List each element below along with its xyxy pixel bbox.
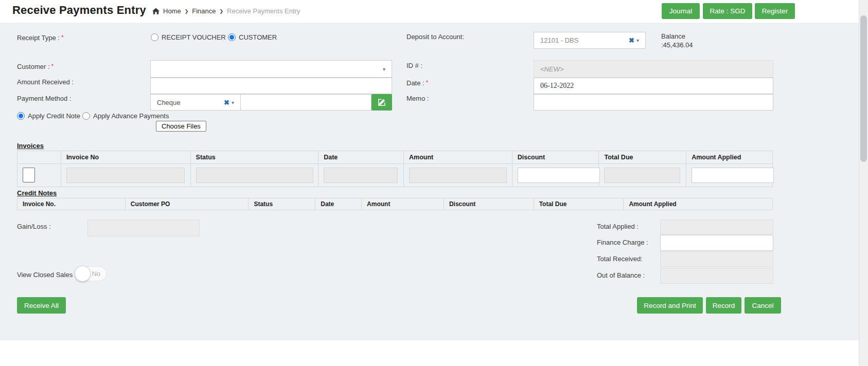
form-panel: Receipt Type :* RECEIPT VOUCHER CUSTOMER… xyxy=(0,23,859,340)
id-label: ID # : xyxy=(406,62,422,69)
balance-value: :45,436.04 xyxy=(661,41,693,49)
gain-loss-input xyxy=(87,219,200,236)
credit-col-amount: Amount xyxy=(362,198,444,210)
chevron-down-icon[interactable]: ▾ xyxy=(232,100,234,105)
chevron-down-icon[interactable]: ▾ xyxy=(636,38,639,43)
credit-notes-header-row: Invoice No. Customer PO Status Date Amou… xyxy=(17,198,772,210)
out-of-balance-input xyxy=(660,268,773,284)
vertical-scrollbar[interactable] xyxy=(859,0,868,366)
receive-payments-entry-page: { "header": { "title": "Receive Payments… xyxy=(0,0,868,366)
invoice-amount-applied-cell xyxy=(686,164,772,187)
record-and-print-button[interactable]: Record and Print xyxy=(637,297,703,314)
journal-button[interactable]: Journal xyxy=(662,3,700,19)
finance-charge-label: Finance Charge : xyxy=(597,239,648,246)
clear-icon[interactable]: ✖ xyxy=(224,99,229,106)
apply-credit-note-label: Apply Credit Note xyxy=(28,112,80,120)
customer-radio-label: CUSTOMER xyxy=(239,33,277,41)
payment-method-select[interactable]: Cheque ✖ ▾ xyxy=(150,94,241,111)
required-asterisk: * xyxy=(51,63,54,70)
memo-input[interactable] xyxy=(534,94,773,111)
invoice-no-input xyxy=(66,168,185,183)
invoices-col-date: Date xyxy=(318,151,404,163)
invoice-amount-applied-input[interactable] xyxy=(692,168,774,183)
amount-received-label: Amount Received : xyxy=(17,78,74,86)
invoice-status-input xyxy=(196,168,313,183)
scrollbar-thumb[interactable] xyxy=(860,15,867,162)
home-icon xyxy=(152,8,160,14)
select-controls: ✖ ▾ xyxy=(224,99,234,106)
id-input xyxy=(534,60,773,78)
total-received-label: Total Received: xyxy=(597,255,643,263)
receipt-type-label-text: Receipt Type : xyxy=(17,34,60,42)
balance-label: Balance xyxy=(661,32,693,41)
credit-col-amount-applied: Amount Applied xyxy=(624,198,772,210)
date-input[interactable] xyxy=(534,78,773,94)
chevron-right-icon: ❯ xyxy=(219,9,223,14)
apply-advance-payments-radio[interactable]: Apply Advance Payments xyxy=(82,112,169,120)
view-closed-sales-label: View Closed Sales ? xyxy=(17,271,78,279)
invoice-discount-input[interactable] xyxy=(518,168,600,183)
cancel-button[interactable]: Cancel xyxy=(745,297,781,314)
invoice-discount-cell xyxy=(512,164,599,187)
credit-col-status: Status xyxy=(249,198,315,210)
radio-unchecked-icon xyxy=(151,33,158,41)
page-title: Receive Payments Entry xyxy=(12,4,146,17)
invoices-col-invoice-no: Invoice No xyxy=(61,151,191,163)
radio-unchecked-icon xyxy=(82,112,90,120)
apply-advance-payments-label: Apply Advance Payments xyxy=(93,112,169,120)
customer-label-text: Customer : xyxy=(17,63,50,70)
breadcrumb: Home ❯ Finance ❯ Receive Payments Entry xyxy=(152,7,300,15)
chevron-right-icon: ❯ xyxy=(185,9,189,14)
invoices-heading: Invoices xyxy=(17,142,44,150)
breadcrumb-home[interactable]: Home xyxy=(163,7,181,15)
credit-col-date: Date xyxy=(315,198,362,210)
apply-credit-note-radio[interactable]: Apply Credit Note xyxy=(17,112,80,120)
payment-method-label: Payment Method : xyxy=(17,95,72,102)
total-received-input xyxy=(660,251,773,267)
choose-files-button[interactable]: Choose Files xyxy=(156,121,206,132)
finance-charge-input[interactable] xyxy=(660,235,773,251)
payment-reference-input[interactable] xyxy=(240,94,371,111)
rate-button[interactable]: Rate : SGD xyxy=(703,3,752,19)
receipt-voucher-radio[interactable]: RECEIPT VOUCHER xyxy=(151,33,226,41)
customer-label: Customer :* xyxy=(17,63,54,70)
register-button[interactable]: Register xyxy=(755,3,795,19)
payment-method-value: Cheque xyxy=(157,99,181,106)
deposit-account-select[interactable]: 12101 - DBS ✖ ▾ xyxy=(534,32,646,49)
customer-radio[interactable]: CUSTOMER xyxy=(228,33,277,41)
receive-all-button[interactable]: Receive All xyxy=(17,297,66,314)
radio-checked-icon xyxy=(228,33,236,41)
total-applied-input xyxy=(660,219,773,234)
clear-icon[interactable]: ✖ xyxy=(629,36,634,44)
deposit-account-label: Deposit to Account: xyxy=(406,33,464,41)
total-applied-label: Total Applied : xyxy=(597,223,639,230)
invoices-col-amount-applied: Amount Applied xyxy=(686,151,772,163)
edit-icon xyxy=(378,98,386,106)
invoice-date-input xyxy=(324,168,398,183)
breadcrumb-current: Receive Payments Entry xyxy=(227,7,300,15)
credit-col-customer-po: Customer PO xyxy=(126,198,249,210)
invoice-status-cell xyxy=(191,164,319,187)
invoices-col-checkbox xyxy=(17,151,61,163)
invoices-col-status: Status xyxy=(191,151,319,163)
gain-loss-label: Gain/Loss : xyxy=(17,223,51,230)
required-asterisk: * xyxy=(426,79,429,86)
credit-notes-heading: Credit Notes xyxy=(17,189,57,197)
memo-label: Memo : xyxy=(406,95,429,102)
balance-display: Balance :45,436.04 xyxy=(661,32,693,49)
deposit-account-value: 12101 - DBS xyxy=(540,36,578,44)
chevron-down-icon: ▾ xyxy=(383,66,385,72)
record-button[interactable]: Record xyxy=(706,297,741,314)
view-closed-sales-toggle[interactable]: No xyxy=(75,266,107,281)
amount-received-input[interactable] xyxy=(150,78,392,94)
payment-edit-button[interactable] xyxy=(371,94,392,111)
customer-select[interactable]: ▾ xyxy=(150,60,392,78)
required-asterisk: * xyxy=(61,34,64,41)
breadcrumb-finance[interactable]: Finance xyxy=(192,7,216,15)
date-label: Date :* xyxy=(406,79,428,87)
credit-col-invoice-no: Invoice No. xyxy=(17,198,126,210)
invoice-date-cell xyxy=(318,164,404,187)
credit-notes-table: Invoice No. Customer PO Status Date Amou… xyxy=(17,198,773,210)
invoice-checkbox-cell xyxy=(17,164,61,187)
invoice-row-checkbox[interactable] xyxy=(23,168,35,182)
